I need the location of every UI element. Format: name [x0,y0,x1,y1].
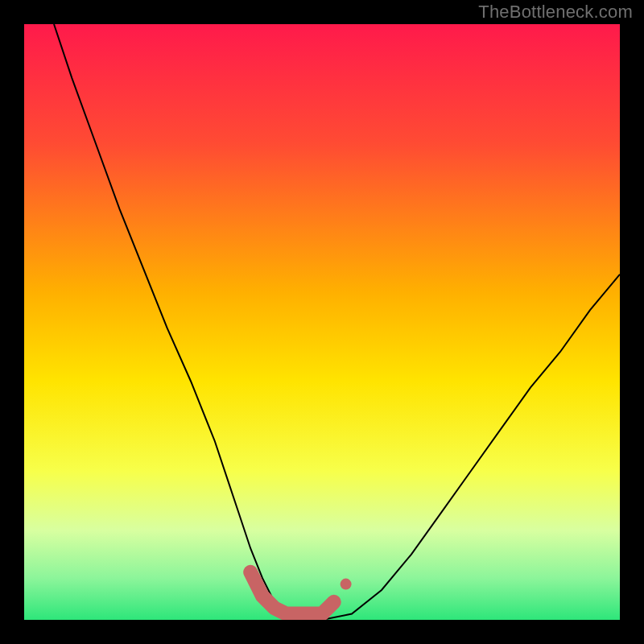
gradient-background [24,24,620,620]
plot-svg [24,24,620,620]
plot-area [24,24,620,620]
optimal-end-dot [341,579,352,590]
watermark-text: TheBottleneck.com [478,2,633,23]
chart-frame: TheBottleneck.com [0,0,644,644]
